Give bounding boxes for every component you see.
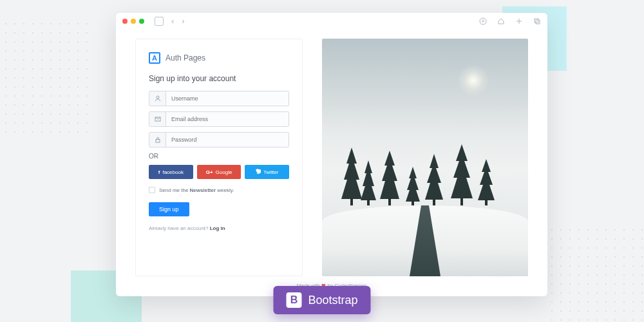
tree-graphic [451, 144, 473, 205]
sun-graphic [457, 64, 489, 97]
svg-rect-7 [367, 199, 370, 205]
svg-rect-1 [535, 19, 538, 23]
password-input-group [149, 132, 289, 147]
facebook-icon: f [158, 169, 160, 175]
or-divider: OR [149, 153, 289, 160]
brand-name: Auth Pages [166, 53, 205, 62]
svg-rect-11 [460, 198, 463, 205]
login-link[interactable]: Log in [210, 225, 225, 231]
close-window-button[interactable] [122, 19, 128, 24]
bootstrap-logo-icon: B [286, 292, 301, 308]
hero-image [322, 39, 528, 276]
tabs-icon[interactable] [533, 17, 541, 25]
download-icon[interactable] [479, 17, 487, 25]
bootstrap-text: Bootstrap [308, 294, 357, 307]
email-input[interactable] [166, 112, 289, 126]
svg-rect-8 [388, 198, 391, 205]
already-text: Already have an account? [149, 225, 210, 231]
titlebar: ‹ › [116, 13, 547, 30]
svg-rect-12 [485, 199, 488, 205]
google-label: Google [216, 169, 232, 175]
sidebar-toggle-icon[interactable] [155, 17, 164, 26]
bg-dots-top-left [0, 19, 90, 135]
form-heading: Sign up into your account [149, 74, 289, 83]
bootstrap-badge: B Bootstrap [273, 286, 370, 314]
lock-icon [149, 133, 166, 147]
svg-rect-2 [536, 20, 540, 24]
newsletter-checkbox[interactable] [149, 187, 155, 193]
twitter-button[interactable]: Twitter [245, 165, 289, 179]
svg-rect-5 [156, 140, 160, 143]
window-controls [122, 19, 144, 24]
twitter-label: Twitter [263, 169, 279, 175]
brand-logo-icon: A [149, 52, 160, 64]
twitter-icon [256, 169, 261, 175]
username-input-group [149, 91, 289, 106]
user-icon [149, 91, 166, 106]
username-input[interactable] [166, 91, 289, 106]
tree-graphic [361, 160, 376, 205]
nav-forward-button[interactable]: › [182, 16, 184, 26]
brand: A Auth Pages [149, 52, 289, 64]
tree-graphic [425, 154, 443, 205]
newsletter-row: Send me the Newsletter weekly. [149, 187, 289, 193]
facebook-label: facebook [162, 169, 183, 175]
signup-form-panel: A Auth Pages Sign up into your account [135, 39, 303, 276]
svg-rect-10 [433, 198, 435, 205]
newsletter-label: Send me the Newsletter weekly. [159, 187, 234, 193]
tree-graphic [380, 151, 399, 205]
google-plus-icon: G+ [206, 169, 213, 175]
mail-icon [149, 112, 166, 126]
maximize-window-button[interactable] [139, 19, 144, 24]
login-row: Already have an account? Log in [149, 225, 289, 231]
tree-graphic [478, 159, 495, 205]
home-icon[interactable] [497, 17, 505, 25]
bg-dots-bottom-right [547, 225, 644, 322]
signup-button[interactable]: Sign up [149, 202, 189, 216]
browser-window: ‹ › A Auth Pages Sign [116, 13, 547, 296]
facebook-button[interactable]: f facebook [149, 165, 193, 179]
tree-graphic [341, 147, 362, 205]
nav-back-button[interactable]: ‹ [171, 16, 174, 26]
minimize-window-button[interactable] [131, 19, 136, 24]
page-content: A Auth Pages Sign up into your account [116, 30, 547, 296]
svg-rect-6 [350, 198, 353, 205]
svg-point-3 [156, 96, 159, 99]
email-input-group [149, 111, 289, 127]
new-tab-icon[interactable] [515, 17, 523, 25]
google-button[interactable]: G+ Google [197, 165, 242, 179]
password-input[interactable] [166, 133, 289, 147]
svg-rect-9 [412, 200, 414, 205]
tree-graphic [406, 167, 420, 205]
